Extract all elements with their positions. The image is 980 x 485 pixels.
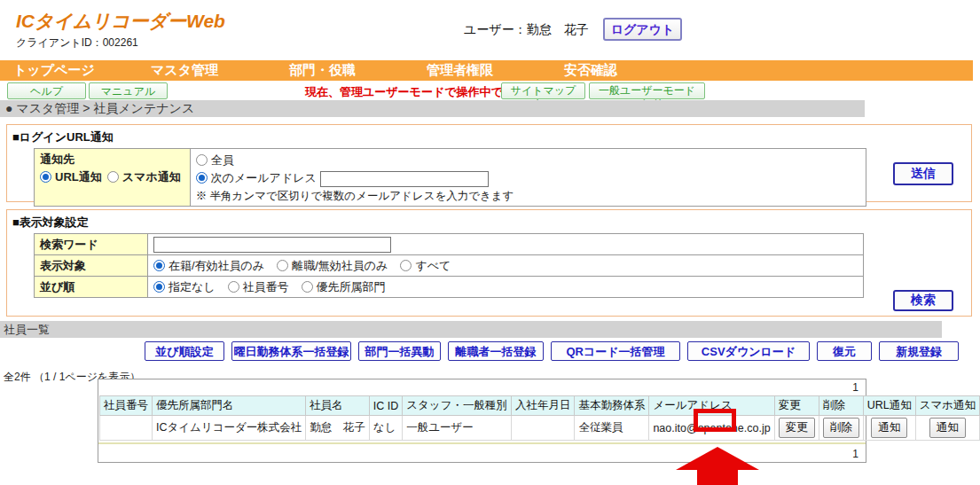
weekday-bulk-button[interactable]: 曜日勤務体系一括登録	[231, 341, 351, 361]
notify-target-cell: 全員 次のメールアドレス ※ 半角カンマで区切りで複数のメールアドレスを入力でき…	[190, 149, 866, 207]
table-separator	[98, 442, 866, 444]
logout-button[interactable]: ログアウト	[603, 18, 682, 41]
radio-mail-address[interactable]	[196, 172, 208, 184]
retiree-bulk-button[interactable]: 離職者一括登録	[448, 341, 544, 361]
employee-action-buttons: 並び順設定 曜日勤務体系一括登録 部門一括異動 離職者一括登録 QRコード一括管…	[145, 341, 959, 361]
sort-setting-button[interactable]: 並び順設定	[145, 341, 224, 361]
cell-emp-no	[100, 416, 153, 441]
login-url-notify-box: ■ログインURL通知 通知先 URL通知スマホ通知 全員 次のメールアドレス ※…	[6, 124, 972, 202]
cell-name: 勤怠 花子	[306, 416, 370, 441]
employee-table-row: ICタイムリコーダー株式会社 勤怠 花子 なし 一般ユーザー 全従業員 nao.…	[100, 416, 980, 441]
logged-in-user-label: ユーザー：勤怠 花子	[464, 22, 589, 38]
employee-list-title: 社員一覧	[0, 321, 942, 338]
sort-order-cell: 指定なし社員番号優先所属部門	[148, 277, 864, 298]
radio-sort-emp-no-label: 社員番号	[243, 280, 289, 293]
nav-item-admin-rights[interactable]: 管理者権限	[427, 62, 493, 79]
display-filter-title: ■表示対象設定	[12, 215, 971, 231]
nav-item-safety-check[interactable]: 安否確認	[564, 62, 617, 79]
cell-work-system: 全従業員	[575, 416, 649, 441]
send-button[interactable]: 送信	[893, 162, 953, 185]
nav-item-dept-role[interactable]: 部門・役職	[289, 62, 356, 79]
cell-dept: ICタイムリコーダー株式会社	[153, 416, 306, 441]
display-target-row: 表示対象 在籍/有効社員のみ離職/無効社員のみすべて	[35, 255, 864, 277]
qr-bulk-manage-button[interactable]: QRコード一括管理	[551, 341, 680, 361]
radio-smartphone-notify[interactable]	[107, 171, 119, 183]
csv-download-button[interactable]: CSVダウンロード	[687, 341, 810, 361]
employee-table-header-row: 社員番号 優先所属部門名 社員名 IC ID スタッフ・一般種別 入社年月日 基…	[100, 396, 980, 416]
filter-table: 検索ワード 表示対象 在籍/有効社員のみ離職/無効社員のみすべて 並び順 指定な…	[34, 233, 864, 298]
display-target-cell: 在籍/有効社員のみ離職/無効社員のみすべて	[148, 255, 864, 277]
dept-bulk-move-button[interactable]: 部門一括異動	[358, 341, 441, 361]
radio-all-employees-label: すべて	[415, 259, 451, 272]
url-notify-button[interactable]: 通知	[871, 418, 907, 438]
search-word-row: 検索ワード	[35, 234, 864, 255]
radio-retired-only-label: 離職/無効社員のみ	[292, 259, 388, 272]
col-sp-notify: スマホ通知	[915, 396, 979, 416]
col-emp-no: 社員番号	[100, 396, 153, 416]
app-title: ICタイムリコーダーWeb	[16, 9, 225, 34]
help-button[interactable]: ヘルプ	[7, 82, 86, 99]
col-ic-id: IC ID	[369, 396, 402, 416]
radio-everyone-label: 全員	[211, 153, 234, 167]
client-id-label: クライアントID：002261	[16, 35, 138, 51]
main-nav: トップページ マスタ管理 部門・役職 管理者権限 安否確認	[0, 60, 973, 81]
top-header: ICタイムリコーダーWeb クライアントID：002261 ユーザー：勤怠 花子…	[0, 0, 980, 60]
page-number-top: 1	[98, 379, 866, 395]
notify-table: 通知先 URL通知スマホ通知 全員 次のメールアドレス ※ 半角カンマで区切りで…	[34, 148, 866, 207]
cell-ic-id: なし	[369, 416, 402, 441]
radio-url-notify-label: URL通知	[55, 170, 102, 184]
sitemap-button[interactable]: サイトマップ表示	[501, 82, 585, 99]
sort-order-row: 並び順 指定なし社員番号優先所属部門	[35, 277, 864, 298]
radio-sort-emp-no[interactable]	[228, 281, 239, 293]
col-dept: 優先所属部門名	[153, 396, 306, 416]
nav-item-top-page[interactable]: トップページ	[13, 62, 95, 79]
display-filter-box: ■表示対象設定 検索ワード 表示対象 在籍/有効社員のみ離職/無効社員のみすべて…	[6, 209, 972, 317]
search-button[interactable]: 検索	[893, 290, 953, 311]
admin-mode-notice: 現在、管理ユーザーモードで操作中です。	[305, 84, 526, 100]
radio-sort-dept[interactable]	[302, 281, 313, 293]
notify-dest-label: 通知先	[40, 152, 186, 168]
search-word-cell	[148, 234, 864, 255]
radio-sort-none[interactable]	[153, 281, 165, 293]
radio-smartphone-notify-label: スマホ通知	[122, 170, 181, 184]
display-target-label: 表示対象	[35, 255, 148, 277]
col-name: 社員名	[306, 396, 370, 416]
employee-table: 社員番号 優先所属部門名 社員名 IC ID スタッフ・一般種別 入社年月日 基…	[99, 395, 980, 441]
login-url-notify-title: ■ログインURL通知	[12, 129, 971, 145]
cell-staff-type: 一般ユーザー	[403, 416, 512, 441]
employee-table-container: 1 社員番号 優先所属部門名 社員名 IC ID スタッフ・一般種別 入社年月日…	[98, 379, 866, 463]
delete-button[interactable]: 削除	[823, 418, 859, 438]
toolbar-row: ヘルプ マニュアル 現在、管理ユーザーモードで操作中です。 サイトマップ表示 一…	[0, 82, 980, 100]
cell-hire-date	[511, 416, 575, 441]
radio-mail-address-label: 次のメールアドレス	[211, 171, 317, 184]
new-register-button[interactable]: 新規登録	[879, 341, 959, 361]
radio-sort-dept-label: 優先所属部門	[317, 280, 386, 293]
col-url-notify: URL通知	[863, 396, 915, 416]
nav-item-master-mgmt[interactable]: マスタ管理	[151, 62, 218, 79]
radio-url-notify[interactable]	[40, 171, 51, 183]
sp-notify-button[interactable]: 通知	[929, 418, 966, 438]
radio-active-only-label: 在籍/有効社員のみ	[169, 259, 264, 272]
change-button[interactable]: 変更	[779, 418, 815, 438]
col-email: メールアドレス	[649, 396, 774, 416]
cell-email: nao.ito@opentone.co.jp	[649, 416, 774, 441]
restore-button[interactable]: 復元	[817, 341, 872, 361]
radio-active-only[interactable]	[153, 260, 165, 271]
radio-sort-none-label: 指定なし	[169, 280, 216, 293]
breadcrumb: ● マスタ管理 > 社員メンテナンス	[0, 100, 865, 117]
notify-dest-cell: 通知先 URL通知スマホ通知	[35, 149, 191, 207]
search-word-input[interactable]	[153, 237, 391, 253]
radio-everyone[interactable]	[196, 154, 208, 166]
col-change: 変更	[774, 396, 819, 416]
switch-mode-button[interactable]: 一般ユーザーモードに切替	[589, 82, 705, 99]
col-delete: 削除	[819, 396, 863, 416]
manual-button[interactable]: マニュアル	[89, 82, 168, 99]
radio-all-employees[interactable]	[400, 260, 412, 271]
mail-address-input[interactable]	[320, 171, 489, 187]
sort-order-label: 並び順	[35, 277, 148, 298]
col-staff-type: スタッフ・一般種別	[403, 396, 512, 416]
radio-retired-only[interactable]	[277, 260, 288, 271]
col-work-system: 基本勤務体系	[575, 396, 649, 416]
page-number-bottom: 1	[98, 446, 866, 462]
mail-note: ※ 半角カンマで区切りで複数のメールアドレスを入力できます	[196, 189, 860, 204]
